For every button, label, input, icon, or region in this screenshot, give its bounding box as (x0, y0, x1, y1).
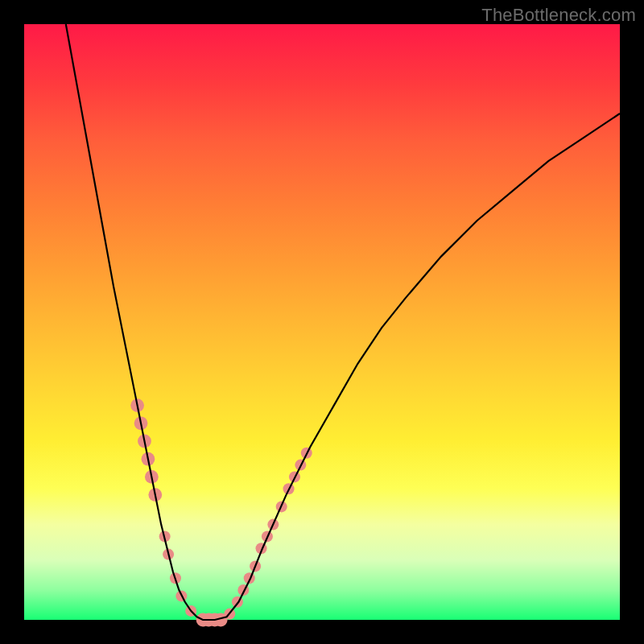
bottleneck-curve (66, 24, 620, 620)
plot-area (24, 24, 620, 620)
watermark-text: TheBottleneck.com (481, 5, 636, 26)
curve-svg (24, 24, 620, 620)
markers-layer (130, 398, 312, 626)
chart-frame: TheBottleneck.com (0, 0, 644, 644)
